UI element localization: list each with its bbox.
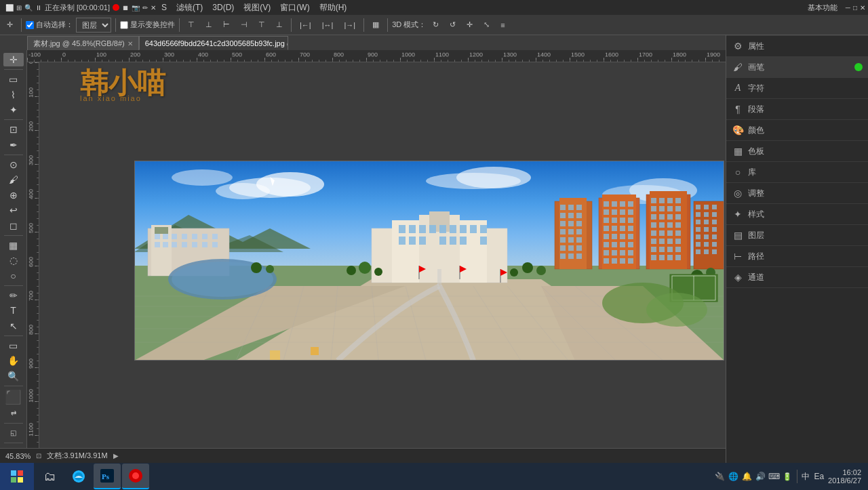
svg-rect-132 (667, 206, 673, 211)
align-right-btn[interactable]: ⊥ (272, 18, 287, 31)
svg-rect-92 (604, 201, 609, 207)
tab-cailiao[interactable]: 素材.jpg @ 45.8%(RGB/8#) ✕ (27, 36, 139, 50)
foreground-color[interactable]: ⬛ (3, 389, 24, 405)
input-method-indicator[interactable]: 中 (802, 471, 810, 483)
dodge-tool[interactable]: ○ (3, 268, 24, 282)
maximize-btn[interactable]: □ (853, 4, 857, 12)
start-button[interactable] (0, 463, 34, 490)
3d-move-btn[interactable]: ✛ (462, 18, 477, 31)
close-btn[interactable]: ✕ (860, 4, 865, 12)
taskbar-recording[interactable] (122, 464, 149, 489)
panel-brush[interactable]: 🖌 画笔 (726, 57, 868, 78)
align-bottom-btn[interactable]: ⊢ (219, 18, 234, 31)
move-options-btn[interactable]: ✛ (3, 18, 17, 31)
panel-paragraph[interactable]: ¶ 段落 (726, 99, 868, 120)
auto-select-checkbox[interactable]: 自动选择： (26, 20, 73, 30)
brush-tool[interactable]: 🖌 (3, 173, 24, 186)
menu-filter[interactable]: 滤镜(T) (172, 1, 207, 15)
canvas-area[interactable]: 韩小喵 lan xiao miao (39, 62, 726, 475)
dist-right-btn[interactable]: |→| (340, 19, 359, 31)
svg-rect-93 (612, 201, 617, 207)
taskbar-edge[interactable] (65, 464, 92, 489)
select-rect-tool[interactable]: ▭ (3, 73, 24, 86)
expand-btn[interactable]: ▶ (113, 452, 119, 460)
blur-tool[interactable]: ◌ (3, 253, 24, 267)
panel-styles[interactable]: ✦ 样式 (726, 204, 868, 225)
eraser-tool[interactable]: ◻ (3, 218, 24, 232)
svg-rect-65 (460, 237, 467, 245)
svg-rect-82 (568, 237, 574, 243)
svg-point-182 (251, 262, 262, 273)
recording-indicator: ⬜ ⊞ 🔍 ⏸ 正在录制 [00:00:01] ⏹ 📷 ✏ ✕ (5, 3, 156, 13)
rectangle-tool[interactable]: ▭ (3, 339, 24, 352)
dist-left-btn[interactable]: |←| (296, 19, 315, 31)
svg-point-3 (216, 183, 270, 199)
panel-layers[interactable]: ▤ 图层 (726, 225, 868, 246)
lasso-tool[interactable]: ⌇ (3, 88, 24, 102)
svg-rect-168 (696, 227, 701, 232)
crop-tool[interactable]: ⊡ (3, 123, 24, 136)
3d-reset-btn[interactable]: ↺ (446, 18, 460, 31)
taskbar-photoshop[interactable]: Ps (94, 464, 121, 489)
panel-color[interactable]: 🎨 颜色 (726, 120, 868, 141)
zoom-tool[interactable]: 🔍 (3, 369, 24, 382)
svg-point-183 (266, 265, 274, 273)
type-tool[interactable]: T (3, 304, 24, 317)
3d-extra-btn[interactable]: ≡ (496, 19, 509, 31)
spot-heal-tool[interactable]: ⊙ (3, 158, 24, 171)
menu-3d[interactable]: 3D(D) (208, 1, 238, 14)
tray-icon-2[interactable]: 🌐 (728, 471, 738, 482)
menu-help[interactable]: 帮助(H) (315, 1, 351, 15)
pause-icon[interactable]: ⏸ (35, 4, 42, 12)
tray-icon-3[interactable]: 🔔 (741, 471, 752, 482)
svg-rect-59 (480, 225, 487, 233)
lang-indicator[interactable]: Ea (814, 472, 824, 481)
minimize-btn[interactable]: ─ (846, 4, 850, 12)
eyedropper-tool[interactable]: ✒ (3, 138, 24, 152)
switch-colors[interactable]: ⇄ (3, 407, 24, 420)
svg-rect-122 (620, 258, 625, 264)
dist-center-btn[interactable]: |↔| (318, 19, 338, 31)
align-vcenter-btn[interactable]: ⊥ (201, 18, 216, 31)
tray-icon-5[interactable]: ⌨ (768, 471, 779, 482)
show-transform-checkbox[interactable]: 显示变换控件 (120, 20, 175, 30)
tray-icon-4[interactable]: 🔊 (755, 471, 766, 482)
svg-rect-146 (651, 239, 656, 244)
tab-main[interactable]: 643d6566f9bdd2641c2d3005685b93fc.jpg @ 6… (139, 36, 288, 50)
taskbar-file-explorer[interactable]: 🗂 (37, 464, 64, 489)
panel-swatches[interactable]: ▦ 色板 (726, 141, 868, 162)
3d-mode-label: 3D 模式： (392, 20, 426, 30)
tray-icon-1[interactable]: 🔌 (714, 471, 725, 482)
panel-paths[interactable]: ⊢ 路径 (726, 246, 868, 267)
menu-view[interactable]: 视图(V) (239, 1, 275, 15)
3d-scale-btn[interactable]: ⤡ (479, 18, 494, 31)
history-brush-tool[interactable]: ↩ (3, 203, 24, 217)
magic-wand-tool[interactable]: ✦ (3, 103, 24, 117)
align-left-btn[interactable]: ⊣ (237, 18, 252, 31)
panel-adjustments[interactable]: ◎ 调整 (726, 183, 868, 204)
tray-icon-6[interactable]: 🔋 (782, 471, 793, 482)
panel-character[interactable]: A 字符 (726, 78, 868, 99)
quick-mask-tool[interactable]: ◱ (3, 426, 24, 440)
svg-point-5 (456, 167, 531, 188)
panel-channels[interactable]: ◈ 通道 (726, 267, 868, 288)
path-select-tool[interactable]: ↖ (3, 319, 24, 332)
hand-tool[interactable]: ✋ (3, 354, 24, 367)
panel-library[interactable]: ○ 库 (726, 162, 868, 183)
taskbar-clock[interactable]: 16:02 2018/6/27 (828, 468, 861, 485)
svg-rect-38 (202, 234, 208, 239)
pen-tool[interactable]: ✏ (3, 289, 24, 302)
3d-rotate-btn[interactable]: ↻ (429, 18, 443, 31)
tab-close-cailiao[interactable]: ✕ (127, 40, 133, 47)
panel-properties[interactable]: ⚙ 属性 (726, 36, 868, 57)
move-tool[interactable]: ✛ (3, 53, 24, 66)
svg-rect-88 (568, 253, 574, 259)
align-top-btn[interactable]: ⊤ (184, 18, 199, 31)
align-hcenter-btn[interactable]: ⊤ (254, 18, 269, 31)
layer-type-select[interactable]: 图层 (76, 18, 111, 33)
arrange-btn[interactable]: ▦ (368, 18, 383, 31)
menu-window[interactable]: 窗口(W) (276, 1, 313, 15)
menu-s[interactable]: S (157, 1, 171, 14)
clone-tool[interactable]: ⊕ (3, 188, 24, 202)
gradient-tool[interactable]: ▦ (3, 239, 24, 252)
